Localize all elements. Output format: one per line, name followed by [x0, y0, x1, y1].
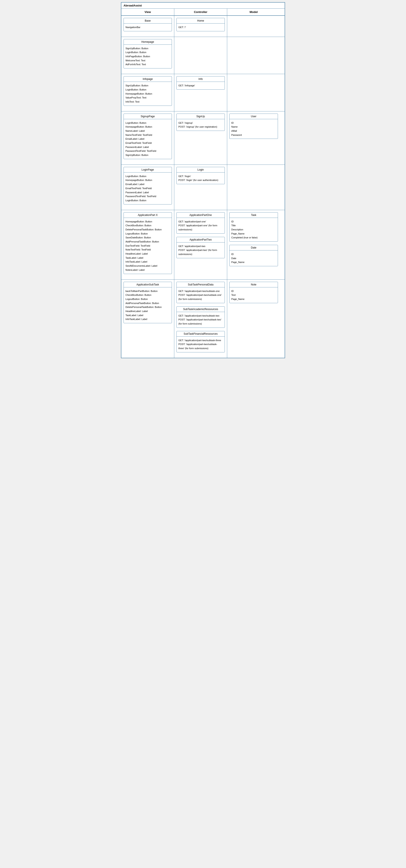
box-task-model-content: ID Title Description Page_Name Completed… [229, 218, 278, 241]
box-login-view-title: LoginPage [124, 167, 172, 173]
box-subtask-academic-ctrl: SubTaskAcademicRessources GET: '/applica… [177, 306, 225, 328]
view-homepage: Homepage SignUpButton: Button LoginButto… [121, 37, 174, 74]
box-signup-view-content: LoginButton: Button HomepageButton: Butt… [124, 119, 172, 159]
view-application: ApplicationPart X HomepageButton: Button… [121, 210, 174, 279]
box-base-title: Base [124, 18, 172, 24]
box-subtask-financial-ctrl: SubTaskFinancialRessources GET: '/applic… [177, 331, 225, 352]
model-infopage [227, 74, 280, 111]
section-base-home: Base NavigationBar Home GET: '/' [121, 16, 285, 37]
controller-home: Home GET: '/' [174, 16, 227, 37]
model-base [227, 16, 280, 37]
box-login-view-content: LoginButton: Button HomepageButton: Butt… [124, 173, 172, 204]
box-task-model: Task ID Title Description Page_Name Comp… [229, 212, 278, 242]
box-signup-ctrl: SignUp GET: '/signup' POST: '/signup' (f… [177, 114, 225, 131]
box-subtask-view: ApplicationSubTask backToMainPartButton:… [124, 282, 172, 323]
box-subtask-personal-title: SubTaskPersonalData [177, 282, 225, 287]
box-subtask-personal-content: GET: '/application/part-two/subtask-one … [177, 287, 225, 303]
controller-homepage [174, 37, 227, 74]
model-subtask: Note ID Text Page_Name [227, 280, 280, 358]
model-application: Task ID Title Description Page_Name Comp… [227, 210, 280, 279]
box-signup-view: SignupPage LoginButton: Button HomepageB… [124, 114, 172, 159]
view-subtask: ApplicationSubTask backToMainPartButton:… [121, 280, 174, 358]
box-homepage: Homepage SignUpButton: Button LoginButto… [124, 39, 172, 68]
model-column-header: Model [227, 9, 280, 15]
box-subtask-view-title: ApplicationSubTask [124, 282, 172, 287]
view-login: LoginPage LoginButton: Button HomepageBu… [121, 165, 174, 210]
model-signup: User ID Name eMail Password [227, 112, 280, 164]
section-application: ApplicationPart X HomepageButton: Button… [121, 210, 285, 279]
box-date-model-title: Date [229, 245, 278, 250]
box-app-part-two-content: GET: 'application/part-two POST: 'applic… [177, 243, 225, 258]
box-application-view-title: ApplicationPart X [124, 213, 172, 218]
box-user-model: User ID Name eMail Password [229, 114, 278, 139]
box-infopage-content: SignUpButton: Button LoginButton: Button… [124, 82, 172, 105]
box-homepage-title: Homepage [124, 39, 172, 45]
box-subtask-personal-ctrl: SubTaskPersonalData GET: '/application/p… [177, 282, 225, 303]
box-app-part-one-content: GET: 'application/part-one' POST: 'appli… [177, 218, 225, 234]
box-app-part-two-title: ApplicationPartTwo [177, 237, 225, 243]
box-signup-ctrl-title: SignUp [177, 114, 225, 119]
controller-login: Login GET: '/login' POST: '/login' (for … [174, 165, 227, 210]
box-app-part-one-title: ApplicationPartOne [177, 213, 225, 218]
box-signup-view-title: SignupPage [124, 114, 172, 119]
view-base: Base NavigationBar [121, 16, 174, 37]
box-info-ctrl: Info GET: '/infopage' [177, 76, 225, 90]
main-container: AbroadAssist View Controller Model Base … [121, 2, 285, 358]
box-subtask-financial-title: SubTaskFinancialRessources [177, 331, 225, 337]
box-login-view: LoginPage LoginButton: Button HomepageBu… [124, 167, 172, 205]
section-login: LoginPage LoginButton: Button HomepageBu… [121, 164, 285, 210]
columns-header: View Controller Model [121, 9, 285, 16]
box-user-model-title: User [229, 114, 278, 119]
app-title: AbroadAssist [121, 3, 285, 9]
model-login [227, 165, 280, 210]
box-subtask-academic-title: SubTaskAcademicRessources [177, 307, 225, 312]
box-application-view-content: HomepageButton: Button CheckBoxButton: B… [124, 218, 172, 274]
box-application-view: ApplicationPart X HomepageButton: Button… [124, 212, 172, 274]
box-note-model-title: Note [229, 282, 278, 287]
box-date-model: Date ID Date Page_Name [229, 245, 278, 266]
box-home: Home GET: '/' [177, 18, 225, 31]
controller-column-header: Controller [174, 9, 227, 15]
view-signup: SignupPage LoginButton: Button HomepageB… [121, 112, 174, 164]
box-base-content: NavigationBar [124, 24, 172, 31]
box-signup-ctrl-content: GET: '/signup' POST: '/signup' (for user… [177, 119, 225, 131]
box-subtask-view-content: backToMainPartButton: Button CheckBoxBut… [124, 287, 172, 323]
view-infopage: Infopage SignUpButton: Button LoginButto… [121, 74, 174, 111]
box-note-model: Note ID Text Page_Name [229, 282, 278, 303]
section-infopage: Infopage SignUpButton: Button LoginButto… [121, 74, 285, 111]
box-login-ctrl: Login GET: '/login' POST: '/login' (for … [177, 167, 225, 184]
box-user-model-content: ID Name eMail Password [229, 119, 278, 139]
controller-application: ApplicationPartOne GET: 'application/par… [174, 210, 227, 279]
controller-infopage: Info GET: '/infopage' [174, 74, 227, 111]
section-signup: SignupPage LoginButton: Button HomepageB… [121, 111, 285, 164]
box-login-ctrl-content: GET: '/login' POST: '/login' (for user a… [177, 173, 225, 184]
model-homepage [227, 37, 280, 74]
box-info-ctrl-title: Info [177, 76, 225, 82]
view-column-header: View [121, 9, 174, 15]
box-task-model-title: Task [229, 213, 278, 218]
box-app-part-one-ctrl: ApplicationPartOne GET: 'application/par… [177, 212, 225, 234]
box-info-ctrl-content: GET: '/infopage' [177, 82, 225, 89]
box-login-ctrl-title: Login [177, 167, 225, 173]
box-app-part-two-ctrl: ApplicationPartTwo GET: 'application/par… [177, 237, 225, 258]
box-infopage-title: Infopage [124, 76, 172, 82]
box-homepage-content: SignUpButton: Button LoginButton: Button… [124, 45, 172, 68]
box-subtask-academic-content: GET: '/application/part-two/subtask-two … [177, 312, 225, 328]
controller-signup: SignUp GET: '/signup' POST: '/signup' (f… [174, 112, 227, 164]
box-infopage: Infopage SignUpButton: Button LoginButto… [124, 76, 172, 105]
section-subtask: ApplicationSubTask backToMainPartButton:… [121, 279, 285, 358]
box-home-title: Home [177, 18, 225, 24]
box-base: Base NavigationBar [124, 18, 172, 31]
box-home-content: GET: '/' [177, 24, 225, 31]
controller-subtask: SubTaskPersonalData GET: '/application/p… [174, 280, 227, 358]
box-date-model-content: ID Date Page_Name [229, 250, 278, 266]
section-homepage: Homepage SignUpButton: Button LoginButto… [121, 37, 285, 74]
box-subtask-financial-content: GET: '/application/part-two/subtask-thre… [177, 337, 225, 352]
box-note-model-content: ID Text Page_Name [229, 287, 278, 303]
